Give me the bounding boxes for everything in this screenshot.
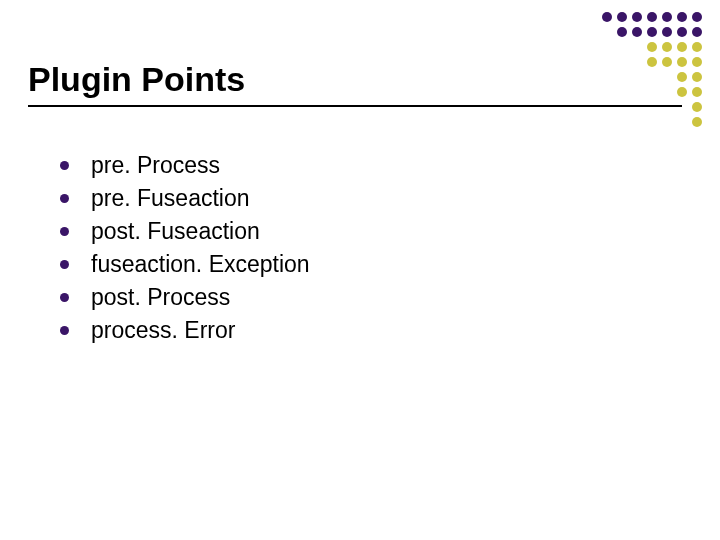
list-item-label: pre. Process <box>91 150 220 181</box>
list-item: fuseaction. Exception <box>60 249 310 280</box>
list-item-label: pre. Fuseaction <box>91 183 250 214</box>
list-item-label: post. Process <box>91 282 230 313</box>
list-item-label: process. Error <box>91 315 235 346</box>
list-item-label: post. Fuseaction <box>91 216 260 247</box>
bullet-icon <box>60 161 69 170</box>
bullet-icon <box>60 194 69 203</box>
bullet-icon <box>60 326 69 335</box>
list-item: pre. Process <box>60 150 310 181</box>
list-item: pre. Fuseaction <box>60 183 310 214</box>
list-item: post. Fuseaction <box>60 216 310 247</box>
slide-title: Plugin Points <box>28 60 682 99</box>
list-item: post. Process <box>60 282 310 313</box>
title-block: Plugin Points <box>28 60 682 107</box>
bullet-list: pre. Process pre. Fuseaction post. Fusea… <box>60 150 310 348</box>
list-item: process. Error <box>60 315 310 346</box>
title-underline <box>28 105 682 107</box>
bullet-icon <box>60 293 69 302</box>
list-item-label: fuseaction. Exception <box>91 249 310 280</box>
bullet-icon <box>60 227 69 236</box>
bullet-icon <box>60 260 69 269</box>
slide: Plugin Points pre. Process pre. Fuseacti… <box>0 0 720 540</box>
